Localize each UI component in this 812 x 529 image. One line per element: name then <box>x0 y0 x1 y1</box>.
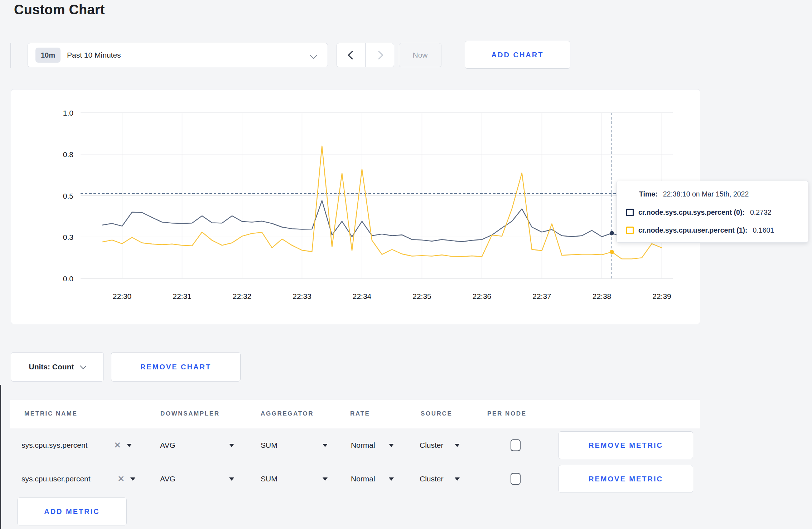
metrics-table-header: METRIC NAME DOWNSAMPLER AGGREGATOR RATE … <box>10 400 700 428</box>
dropdown-caret-icon[interactable] <box>389 444 394 447</box>
dropdown-caret-icon[interactable] <box>323 444 328 447</box>
next-range-button[interactable] <box>365 43 394 67</box>
units-dropdown[interactable]: Units: Count <box>11 352 104 382</box>
tooltip-series-0-label: cr.node.sys.cpu.sys.percent (0): <box>638 208 745 217</box>
source-select[interactable]: Cluster <box>420 441 444 450</box>
chevron-right-icon <box>374 50 383 59</box>
add-chart-button[interactable]: ADD CHART <box>465 41 570 69</box>
svg-text:22:32: 22:32 <box>233 292 252 300</box>
now-button[interactable]: Now <box>399 43 441 67</box>
per-node-checkbox[interactable] <box>511 440 521 451</box>
tooltip-time-label: Time: <box>639 190 658 198</box>
svg-text:22:34: 22:34 <box>353 292 372 300</box>
per-node-checkbox[interactable] <box>511 473 521 485</box>
time-range-label: Past 10 Minutes <box>67 51 121 59</box>
series-0-swatch-icon <box>626 209 634 216</box>
remove-x-icon[interactable]: ✕ <box>114 440 121 450</box>
downsampler-select[interactable]: AVG <box>160 475 175 483</box>
tooltip-series-0-value: 0.2732 <box>750 208 772 217</box>
dropdown-caret-icon[interactable] <box>455 444 460 447</box>
prev-range-button[interactable] <box>337 43 365 67</box>
column-header-downsampler: DOWNSAMPLER <box>160 410 220 417</box>
remove-x-icon[interactable]: ✕ <box>117 474 125 484</box>
time-range-dropdown[interactable]: 10m Past 10 Minutes <box>28 43 328 67</box>
aggregator-select[interactable]: SUM <box>261 475 277 483</box>
svg-text:1.0: 1.0 <box>63 109 73 117</box>
svg-text:0.5: 0.5 <box>63 192 73 200</box>
svg-text:22:33: 22:33 <box>293 292 311 300</box>
dropdown-caret-icon[interactable] <box>127 444 132 447</box>
column-header-aggregator: AGGREGATOR <box>261 410 314 417</box>
page-title: Custom Chart <box>14 2 105 18</box>
metric-name-value[interactable]: sys.cpu.sys.percent <box>21 441 87 450</box>
svg-text:0.8: 0.8 <box>63 150 73 159</box>
column-header-metric-name: METRIC NAME <box>24 410 78 417</box>
chart-tooltip: Time: 22:38:10 on Mar 15th, 2022 cr.node… <box>617 181 808 243</box>
series-1-swatch-icon <box>626 227 634 234</box>
table-row: sys.cpu.user.percent ✕ AVG SUM Normal Cl… <box>10 462 700 496</box>
tooltip-series-1-label: cr.node.sys.cpu.user.percent (1): <box>638 226 748 234</box>
time-nav-group <box>337 43 394 67</box>
svg-text:0.0: 0.0 <box>63 275 73 283</box>
chevron-down-icon <box>310 52 317 59</box>
svg-text:22:39: 22:39 <box>652 292 671 300</box>
metric-name-value[interactable]: sys.cpu.user.percent <box>21 475 91 483</box>
toolbar-divider <box>10 43 11 68</box>
svg-text:22:37: 22:37 <box>532 292 551 300</box>
rate-select[interactable]: Normal <box>351 475 375 483</box>
source-select[interactable]: Cluster <box>420 475 444 483</box>
dropdown-caret-icon[interactable] <box>455 477 460 481</box>
rate-select[interactable]: Normal <box>351 441 375 450</box>
units-label: Units: Count <box>29 363 74 371</box>
svg-text:22:36: 22:36 <box>473 292 492 300</box>
dropdown-caret-icon[interactable] <box>323 477 328 481</box>
time-range-badge: 10m <box>35 48 61 63</box>
remove-metric-button[interactable]: REMOVE METRIC <box>559 465 693 493</box>
dropdown-caret-icon[interactable] <box>130 477 135 481</box>
chevron-down-icon <box>80 363 87 369</box>
svg-text:22:35: 22:35 <box>412 292 431 300</box>
svg-text:0.3: 0.3 <box>63 233 73 241</box>
chevron-left-icon <box>348 50 357 59</box>
dropdown-caret-icon[interactable] <box>389 477 394 481</box>
column-header-source: SOURCE <box>421 410 452 417</box>
svg-text:22:30: 22:30 <box>113 292 132 300</box>
svg-text:22:31: 22:31 <box>173 292 192 300</box>
left-edge-strip <box>0 385 1 529</box>
tooltip-time-value: 22:38:10 on Mar 15th, 2022 <box>663 190 749 198</box>
tooltip-series-1-value: 0.1601 <box>753 226 774 234</box>
remove-chart-button[interactable]: REMOVE CHART <box>111 352 241 382</box>
column-header-per-node: PER NODE <box>487 410 527 417</box>
column-header-rate: RATE <box>350 410 370 417</box>
chart-svg[interactable]: 0.00.30.50.81.022:3022:3122:3222:3322:34… <box>11 89 700 324</box>
table-row: sys.cpu.sys.percent ✕ AVG SUM Normal Clu… <box>10 428 700 462</box>
svg-text:22:38: 22:38 <box>593 292 612 300</box>
add-metric-button[interactable]: ADD METRIC <box>17 498 127 525</box>
remove-metric-button[interactable]: REMOVE METRIC <box>559 431 693 459</box>
downsampler-select[interactable]: AVG <box>160 441 175 450</box>
aggregator-select[interactable]: SUM <box>261 441 277 450</box>
dropdown-caret-icon[interactable] <box>229 444 234 447</box>
dropdown-caret-icon[interactable] <box>229 477 234 481</box>
chart-panel: 0.00.30.50.81.022:3022:3122:3222:3322:34… <box>11 89 700 324</box>
